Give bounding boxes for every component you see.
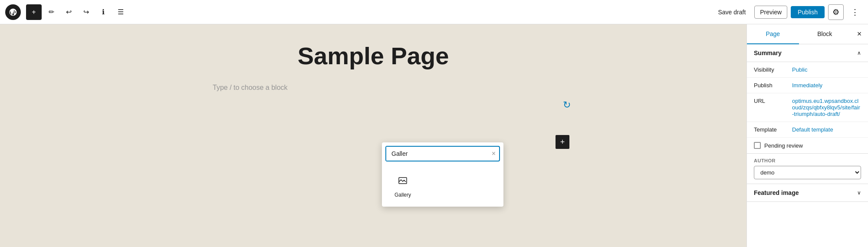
toolbar-right-actions: Save draft Preview Publish ⚙ ⋮ bbox=[713, 4, 863, 20]
template-value[interactable]: Default template bbox=[792, 126, 833, 133]
pending-review-checkbox[interactable] bbox=[754, 142, 761, 149]
block-search-results: Gallery bbox=[382, 165, 503, 207]
summary-chevron: ∧ bbox=[857, 50, 861, 56]
visibility-row: Visibility Public bbox=[747, 62, 868, 78]
summary-section-header[interactable]: Summary ∧ bbox=[747, 44, 868, 62]
featured-image-chevron: ∨ bbox=[857, 190, 861, 196]
settings-button[interactable]: ⚙ bbox=[828, 4, 844, 20]
block-search-input[interactable] bbox=[386, 147, 488, 161]
publish-row-label: Publish bbox=[754, 82, 789, 89]
save-draft-button[interactable]: Save draft bbox=[713, 6, 751, 18]
add-block-button[interactable]: + bbox=[26, 4, 42, 20]
tab-block[interactable]: Block bbox=[799, 24, 851, 44]
main-layout: Sample Page Type / to choose a block ↻ +… bbox=[0, 24, 868, 247]
block-placeholder[interactable]: Type / to choose a block bbox=[213, 80, 534, 95]
wordpress-logo bbox=[5, 4, 21, 20]
url-label: URL bbox=[754, 98, 789, 104]
right-panel: Page Block × Summary ∧ Visibility Public… bbox=[746, 24, 868, 247]
publish-button[interactable]: Publish bbox=[791, 6, 825, 18]
url-value[interactable]: optimus.eu1.wpsandbox.cloud/zqs/qbfxy8lq… bbox=[792, 98, 861, 117]
refresh-icon: ↻ bbox=[560, 98, 574, 112]
gallery-block-icon bbox=[395, 174, 411, 189]
visibility-value[interactable]: Public bbox=[792, 66, 807, 73]
add-block-float-button[interactable]: + bbox=[556, 135, 569, 149]
url-row: URL optimus.eu1.wpsandbox.cloud/zqs/qbfx… bbox=[747, 93, 868, 122]
panel-content: Summary ∧ Visibility Public Publish Imme… bbox=[747, 44, 868, 247]
author-select[interactable]: demo admin bbox=[754, 166, 861, 179]
panel-close-button[interactable]: × bbox=[851, 24, 868, 44]
block-search-input-wrap: × bbox=[385, 146, 500, 161]
toolbar: + ✏ ↩ ↪ ℹ ☰ Save draft Preview Publish ⚙… bbox=[0, 0, 868, 24]
pending-review-label: Pending review bbox=[764, 142, 803, 149]
editor-area: Sample Page Type / to choose a block ↻ +… bbox=[0, 24, 746, 247]
more-options-button[interactable]: ⋮ bbox=[847, 4, 863, 20]
tab-page[interactable]: Page bbox=[747, 24, 799, 44]
pending-review-row: Pending review bbox=[747, 138, 868, 154]
block-search-clear-button[interactable]: × bbox=[488, 148, 499, 159]
publish-value[interactable]: Immediately bbox=[792, 82, 822, 89]
gallery-block-label: Gallery bbox=[395, 192, 411, 198]
page-title: Sample Page bbox=[213, 42, 534, 70]
author-section: AUTHOR demo admin bbox=[747, 154, 868, 184]
tools-button[interactable]: ✏ bbox=[43, 4, 59, 20]
block-search-popup: × Gallery bbox=[382, 142, 503, 207]
undo-button[interactable]: ↩ bbox=[61, 4, 76, 20]
author-label: AUTHOR bbox=[754, 158, 861, 163]
info-button[interactable]: ℹ bbox=[95, 4, 111, 20]
panel-tabs: Page Block × bbox=[747, 24, 868, 44]
template-label: Template bbox=[754, 126, 789, 133]
featured-image-section[interactable]: Featured image ∨ bbox=[747, 184, 868, 202]
redo-button[interactable]: ↪ bbox=[78, 4, 94, 20]
block-result-gallery[interactable]: Gallery bbox=[385, 168, 420, 203]
template-row: Template Default template bbox=[747, 122, 868, 138]
preview-button[interactable]: Preview bbox=[754, 6, 787, 19]
visibility-label: Visibility bbox=[754, 66, 789, 73]
list-view-button[interactable]: ☰ bbox=[113, 4, 128, 20]
featured-image-label: Featured image bbox=[754, 189, 799, 196]
summary-label: Summary bbox=[754, 49, 782, 56]
publish-row: Publish Immediately bbox=[747, 78, 868, 93]
